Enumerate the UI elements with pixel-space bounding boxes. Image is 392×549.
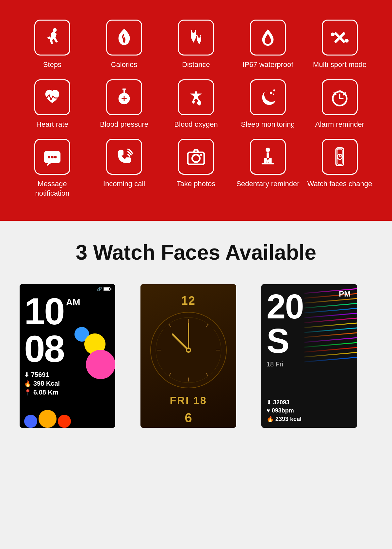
svg-rect-20 — [338, 90, 341, 92]
distance-icon-box — [178, 20, 214, 56]
feature-photos: Take photos — [163, 139, 229, 198]
wf3-kcal-icon: 🔥 — [267, 415, 274, 423]
feature-alarm: Alarm reminder — [307, 79, 372, 129]
watch-face-1: 🔗 10 AM 08 — [20, 284, 115, 428]
svg-point-22 — [48, 156, 50, 158]
feature-multisport: Multi-sport mode — [307, 20, 372, 70]
wf3-steps-row: ⬇ 32093 — [267, 399, 352, 406]
call-label: Incoming call — [103, 179, 145, 189]
svg-point-2 — [198, 35, 201, 38]
svg-point-1 — [192, 30, 195, 33]
wf1-kcal-row: 🔥 398 Kcal — [24, 380, 111, 387]
heartrate-icon-box — [34, 79, 70, 115]
calories-icon-box — [106, 20, 142, 56]
sleep-icon — [258, 87, 278, 107]
watchfaces-icon-box — [322, 139, 358, 175]
feature-bloodoxygen: Blood oxygen — [163, 79, 229, 129]
sleep-icon-box — [250, 79, 286, 115]
wf3-bpm: 093bpm — [272, 407, 294, 414]
wf1-km: 6.08 Km — [33, 389, 58, 396]
steps-label: Steps — [43, 60, 61, 70]
calories-label: Calories — [111, 60, 138, 70]
sedentary-icon-box — [250, 139, 286, 175]
photos-label: Take photos — [177, 179, 216, 189]
heartrate-icon — [42, 87, 62, 107]
wf1-kcal-icon: 🔥 — [24, 380, 31, 387]
waterproof-icon — [258, 27, 278, 48]
bloodoxygen-label: Blood oxygen — [174, 120, 218, 129]
photos-icon-box — [178, 139, 214, 175]
svg-point-26 — [192, 154, 200, 162]
multisport-icon-box — [322, 20, 358, 56]
message-icon — [42, 147, 62, 167]
svg-point-14 — [273, 93, 274, 95]
wf1-stats: ⬇ 75691 🔥 398 Kcal 📍 6.08 Km — [20, 368, 115, 399]
bloodpressure-icon — [114, 87, 134, 107]
svg-point-54 — [187, 349, 190, 351]
sedentary-label: Sedentary reminder — [236, 179, 299, 189]
multisport-icon — [330, 27, 350, 48]
wf1-km-icon: 📍 — [24, 389, 31, 396]
distance-icon — [186, 27, 206, 48]
bloodoxygen-icon-box — [178, 79, 214, 115]
watch-faces-title: 3 Watch Faces Available — [20, 240, 372, 265]
watch-faces-grid: 🔗 10 AM 08 — [20, 284, 372, 428]
feature-sleep: Sleep monitoring — [235, 79, 301, 129]
ip67-icon-box — [250, 20, 286, 56]
wf2-analog-clock — [149, 311, 228, 389]
steps-icon-box — [34, 20, 70, 56]
feature-bloodpressure: Blood pressure — [91, 79, 157, 129]
watch-face-2: 12 — [140, 284, 236, 428]
multisport-label: Multi-sport mode — [313, 60, 367, 70]
feature-ip67: IP67 waterproof — [235, 20, 301, 70]
wf3-minutes: S — [267, 324, 352, 358]
call-icon-box — [106, 139, 142, 175]
svg-point-12 — [270, 91, 272, 94]
bloodpressure-label: Blood pressure — [100, 120, 148, 129]
svg-rect-33 — [338, 147, 342, 149]
wf1-bottom-balls — [20, 412, 115, 428]
wf1-steps-row: ⬇ 75691 — [24, 371, 111, 379]
svg-rect-40 — [110, 288, 111, 290]
wf3-bpm-row: ♥ 093bpm — [267, 407, 352, 414]
feature-watchfaces: Watch faces change — [307, 139, 372, 198]
photos-icon — [186, 147, 206, 167]
wf2-6: 6 — [185, 411, 192, 425]
bloodoxygen-icon — [186, 87, 206, 107]
svg-rect-29 — [267, 153, 269, 158]
alarm-icon — [330, 87, 350, 107]
calories-icon — [114, 27, 134, 48]
wf1-steps: 75691 — [31, 371, 49, 379]
watchfaces-icon — [330, 147, 350, 167]
wf2-12: 12 — [181, 294, 196, 308]
feature-calories: Calories — [91, 20, 157, 70]
svg-rect-34 — [338, 165, 342, 166]
feature-sedentary: Sedentary reminder — [235, 139, 301, 198]
ip67-label: IP67 waterproof — [242, 60, 293, 70]
alarm-label: Alarm reminder — [315, 120, 364, 129]
svg-point-23 — [51, 156, 54, 158]
message-label: Message notification — [20, 179, 85, 198]
wf3-steps-icon: ⬇ — [267, 399, 271, 406]
wf3-steps: 32093 — [273, 399, 289, 406]
distance-label: Distance — [182, 60, 210, 70]
steps-icon — [42, 27, 62, 48]
wf3-stats: ⬇ 32093 ♥ 093bpm 🔥 2393 kcal — [267, 399, 352, 423]
wf3-bpm-icon: ♥ — [267, 407, 270, 414]
wf1-ampm: AM — [66, 297, 80, 308]
heartrate-label: Heart rate — [36, 120, 68, 129]
wf3-ampm: PM — [339, 289, 351, 299]
feature-message: Message notification — [20, 139, 85, 198]
bloodpressure-icon-box — [106, 79, 142, 115]
wf1-time: 10 AM — [20, 293, 115, 330]
feature-heartrate: Heart rate — [20, 79, 85, 129]
wf3-kcal-row: 🔥 2393 kcal — [267, 415, 352, 423]
sedentary-icon — [258, 147, 278, 167]
wf1-kcal: 398 Kcal — [33, 380, 60, 387]
svg-point-28 — [266, 148, 270, 152]
wf1-km-row: 📍 6.08 Km — [24, 389, 111, 396]
feature-steps: Steps — [20, 20, 85, 70]
wf1-minutes: 08 — [24, 328, 64, 370]
wf3-kcal: 2393 kcal — [275, 416, 302, 423]
wf1-steps-icon: ⬇ — [24, 371, 29, 379]
